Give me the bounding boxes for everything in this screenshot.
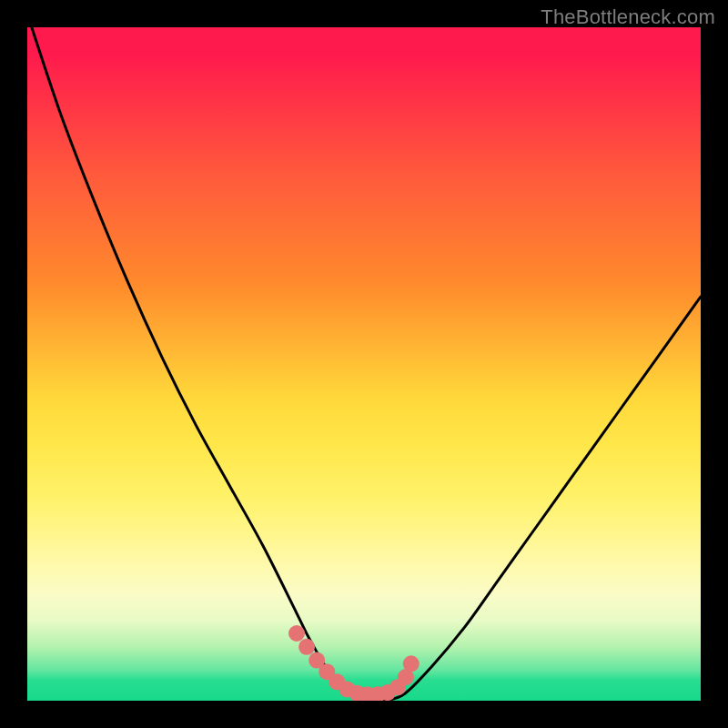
watermark-text: TheBottleneck.com (541, 5, 715, 29)
marker-dot (403, 655, 420, 672)
bottleneck-curve (27, 27, 701, 701)
plot-area (27, 27, 701, 701)
marker-dot (298, 639, 315, 655)
curve-svg (27, 27, 701, 701)
marker-dot (288, 625, 305, 642)
chart-frame: TheBottleneck.com (0, 0, 728, 728)
